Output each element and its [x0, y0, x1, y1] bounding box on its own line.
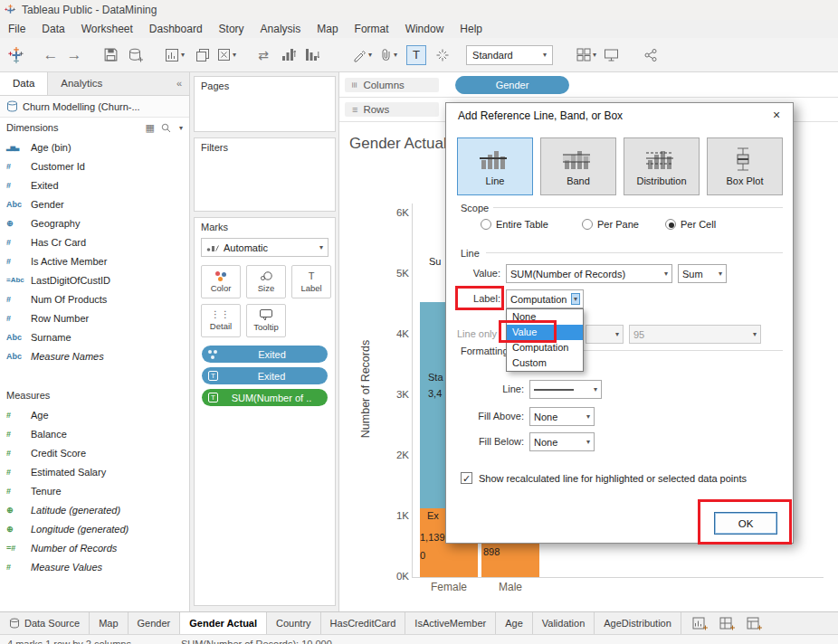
- field-age-bin[interactable]: ▂▅▃Age (bin): [0, 137, 189, 156]
- option-none[interactable]: None: [507, 309, 583, 325]
- search-icon[interactable]: [161, 123, 171, 133]
- presentation-mode-button[interactable]: [602, 43, 620, 67]
- pill-gender[interactable]: Gender: [455, 76, 569, 94]
- columns-shelf[interactable]: ≡ Columns Gender: [339, 73, 838, 98]
- field-measure-names[interactable]: AbcMeasure Names: [0, 346, 189, 365]
- menu-worksheet[interactable]: Worksheet: [73, 20, 141, 38]
- field-row-number[interactable]: #Row Number: [0, 308, 189, 327]
- share-button[interactable]: [642, 43, 660, 67]
- highlight-button[interactable]: ▾: [352, 43, 372, 67]
- scope-per-pane-radio[interactable]: Per Pane: [582, 219, 639, 230]
- field-surname[interactable]: AbcSurname: [0, 327, 189, 346]
- color-button[interactable]: Color: [201, 265, 241, 298]
- type-band-button[interactable]: Band: [540, 137, 616, 195]
- scope-entire-table-radio[interactable]: Entire Table: [481, 219, 548, 230]
- field-tenure[interactable]: #Tenure: [0, 481, 189, 500]
- field-gender[interactable]: AbcGender: [0, 194, 189, 213]
- sort-ascending-button[interactable]: [280, 43, 298, 67]
- field-number-of-records[interactable]: =#Number of Records: [0, 538, 189, 557]
- x-header-female[interactable]: Female: [420, 581, 478, 593]
- value-field-select[interactable]: SUM(Number of Records) ▾: [506, 264, 672, 283]
- tab-age[interactable]: Age: [496, 612, 533, 634]
- tab-gender[interactable]: Gender: [129, 612, 181, 634]
- menu-analysis[interactable]: Analysis: [252, 20, 309, 38]
- type-distribution-button[interactable]: Distribution: [624, 137, 700, 195]
- tab-agedistribution[interactable]: AgeDistribution: [595, 612, 681, 634]
- undo-button[interactable]: ←: [42, 43, 60, 67]
- recalculated-line-checkbox[interactable]: ✓: [461, 472, 472, 484]
- menu-window[interactable]: Window: [397, 20, 452, 38]
- view-data-grid-icon[interactable]: ▦: [146, 122, 155, 134]
- tab-hascreditcard[interactable]: HasCreditCard: [321, 612, 406, 634]
- add-data-button[interactable]: [127, 43, 145, 67]
- detail-button[interactable]: ⋮⋮ Detail: [201, 304, 241, 337]
- field-customer-id[interactable]: #Customer Id: [0, 156, 189, 175]
- filters-card[interactable]: Filters: [194, 137, 336, 212]
- save-button[interactable]: [101, 43, 119, 67]
- fit-selector[interactable]: Standard ▾: [466, 45, 553, 65]
- menu-format[interactable]: Format: [347, 20, 397, 38]
- option-custom[interactable]: Custom: [507, 355, 583, 371]
- pages-card[interactable]: Pages: [194, 76, 336, 132]
- line-style-select[interactable]: ▾: [529, 380, 602, 399]
- tab-data[interactable]: Data: [0, 72, 48, 95]
- option-value[interactable]: Value: [507, 325, 583, 340]
- swap-rows-columns-button[interactable]: ⇄: [254, 43, 272, 67]
- field-estimated-salary[interactable]: #Estimated Salary: [0, 462, 189, 481]
- field-geography[interactable]: ⊕Geography: [0, 213, 189, 232]
- field-is-active-member[interactable]: #Is Active Member: [0, 251, 189, 270]
- label-select[interactable]: Computation ▾: [506, 289, 584, 308]
- label-button[interactable]: T Label: [291, 265, 331, 298]
- option-computation[interactable]: Computation: [507, 340, 583, 355]
- mark-type-selector[interactable]: Automatic ▾: [201, 238, 329, 257]
- tab-map[interactable]: Map: [90, 612, 128, 634]
- tab-gender-actual[interactable]: Gender Actual: [180, 612, 267, 634]
- redo-button[interactable]: →: [65, 43, 83, 67]
- pill-sum-number-of-records[interactable]: T SUM(Number of ..: [202, 389, 328, 406]
- tab-analytics[interactable]: Analytics: [48, 72, 169, 95]
- clear-sheet-button[interactable]: ▾: [217, 43, 236, 67]
- menu-help[interactable]: Help: [452, 20, 490, 38]
- type-box-plot-button[interactable]: Box Plot: [707, 137, 783, 195]
- field-credit-score[interactable]: #Credit Score: [0, 443, 189, 462]
- scope-per-cell-radio[interactable]: Per Cell: [665, 219, 716, 230]
- paperclip-button[interactable]: ▾: [379, 43, 397, 67]
- field-longitude-generated[interactable]: ⊕Longitude (generated): [0, 519, 189, 538]
- ok-button[interactable]: OK: [714, 512, 777, 535]
- new-worksheet-button[interactable]: [692, 617, 709, 630]
- show-hide-cards-button[interactable]: ▾: [576, 43, 596, 67]
- field-exited[interactable]: #Exited: [0, 175, 189, 194]
- caret-down-icon[interactable]: ▾: [179, 124, 183, 132]
- type-line-button[interactable]: Line: [457, 137, 533, 195]
- field-has-cr-card[interactable]: #Has Cr Card: [0, 232, 189, 251]
- fill-below-select[interactable]: None ▾: [529, 432, 595, 451]
- tooltip-button[interactable]: Tooltip: [246, 304, 286, 337]
- close-icon[interactable]: ×: [769, 108, 784, 122]
- field-balance[interactable]: #Balance: [0, 424, 189, 443]
- aggregation-select[interactable]: Sum ▾: [678, 264, 727, 283]
- menu-file[interactable]: File: [0, 20, 33, 38]
- field-measure-values[interactable]: #Measure Values: [0, 557, 189, 576]
- new-worksheet-button[interactable]: ▾: [165, 43, 185, 67]
- menu-data[interactable]: Data: [33, 20, 72, 38]
- sort-descending-button[interactable]: [303, 43, 321, 67]
- pill-exited-color[interactable]: Exited: [202, 346, 328, 363]
- menu-dashboard[interactable]: Dashboard: [141, 20, 211, 38]
- sheet-title[interactable]: Gender Actual: [349, 135, 447, 153]
- fill-above-select[interactable]: None ▾: [529, 407, 595, 426]
- pill-exited-label[interactable]: T Exited: [202, 367, 328, 384]
- datasource-item[interactable]: Churn Modelling (Churn-...: [0, 96, 189, 118]
- new-story-button[interactable]: [747, 617, 763, 630]
- field-latitude-generated[interactable]: ⊕Latitude (generated): [0, 500, 189, 519]
- field-num-of-products[interactable]: #Num Of Products: [0, 289, 189, 308]
- menu-map[interactable]: Map: [309, 20, 346, 38]
- menu-story[interactable]: Story: [211, 20, 252, 38]
- tab-data-source[interactable]: Data Source: [0, 612, 90, 634]
- field-lastdigitofcustid[interactable]: =AbcLastDigitOfCustID: [0, 270, 189, 289]
- size-button[interactable]: Size: [246, 265, 286, 298]
- tab-country[interactable]: Country: [267, 612, 321, 634]
- fix-axes-button[interactable]: [433, 43, 452, 67]
- tab-validation[interactable]: Validation: [533, 612, 595, 634]
- new-dashboard-button[interactable]: [719, 617, 736, 630]
- collapse-pane-icon[interactable]: «: [169, 72, 189, 95]
